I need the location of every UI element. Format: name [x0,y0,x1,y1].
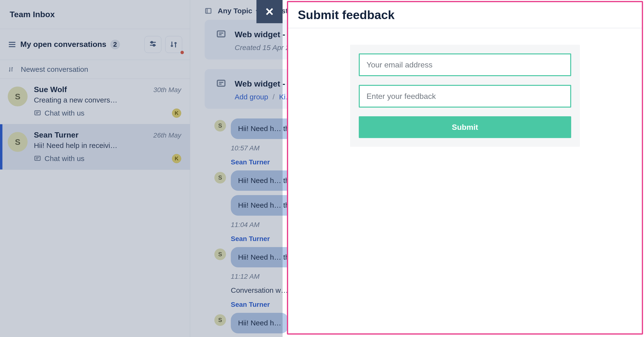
conversation-date: 30th May [154,86,181,94]
chat-widget-icon [34,109,41,117]
widget-icon-box [214,77,228,90]
widget-icon-box [214,27,228,41]
agent-badge: K [172,154,181,163]
menu-icon[interactable] [8,40,16,49]
feedback-form: Submit [350,45,580,147]
sort-row[interactable]: Newest conversation [0,60,190,79]
contact-name: Sue Wolf [34,85,67,94]
svg-rect-15 [217,31,225,37]
email-field[interactable] [359,53,571,76]
agent-badge: K [172,109,181,118]
avatar: S [214,249,226,260]
feedback-field[interactable] [359,85,571,108]
feedback-panel-header: Submit feedback [288,2,642,28]
conversation-count-badge: 2 [110,40,120,49]
avatar: S [214,120,226,131]
svg-rect-7 [35,111,40,115]
topic-filter[interactable]: Any Topic [218,7,260,15]
sort-icon [169,40,178,49]
feedback-panel: Submit feedback Submit [287,1,643,335]
sort-indicator-dot [180,51,184,54]
svg-rect-13 [206,8,211,13]
close-panel-button[interactable] [256,0,282,23]
filter-row: My open conversations 2 [0,29,190,60]
svg-rect-10 [35,156,40,161]
contact-name: Sean Turner [34,131,78,139]
avatar: S [8,86,28,106]
conversation-item[interactable]: S Sean Turner 26th May Hii! Need help in… [0,124,190,170]
sort-button[interactable] [165,36,182,53]
sidebar: Team Inbox My open conversations 2 Newes… [0,0,190,337]
avatar: S [8,132,28,152]
close-icon [264,6,274,17]
chat-widget-icon [216,29,226,39]
feedback-panel-title: Submit feedback [298,8,632,22]
submit-button[interactable]: Submit [359,116,571,138]
conversation-source: Chat with us [44,109,84,117]
sort-label: Newest conversation [21,65,88,73]
add-group-link[interactable]: Add group [235,93,268,101]
sliders-icon [148,40,157,49]
filter-settings-button[interactable] [144,36,161,53]
topic-icon [205,7,212,14]
svg-rect-18 [217,80,225,86]
sidebar-header: Team Inbox [0,0,190,29]
avatar: S [214,314,226,326]
filter-name[interactable]: My open conversations [20,40,106,49]
topic-filter-label: Any Topic [218,7,252,15]
conversation-item[interactable]: S Sue Wolf 30th May Creating a new conve… [0,79,190,124]
sort-arrows-icon [8,66,14,72]
conversation-preview: Hii! Need help in receivi… [34,141,126,150]
conversation-preview: Creating a new convers… [34,96,126,104]
feedback-panel-body: Submit [288,28,642,163]
message-bubble: Hii! Need h… [231,313,288,333]
avatar: S [214,172,226,183]
inbox-title: Team Inbox [10,10,55,19]
conversation-source: Chat with us [44,154,84,163]
chat-widget-icon [34,155,41,162]
chat-widget-icon [216,79,226,89]
conversation-date: 26th May [154,131,181,139]
